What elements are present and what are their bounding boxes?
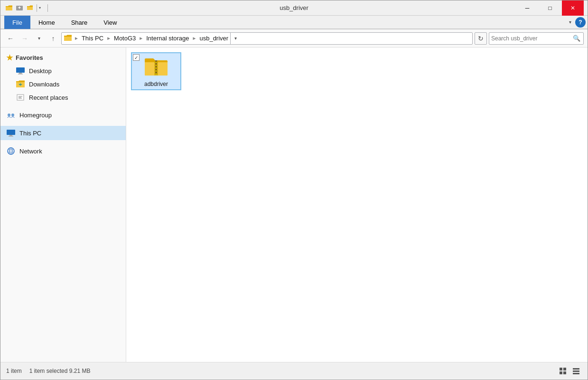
pc-icon <box>6 128 16 138</box>
favorites-group: ★ Favorites Desktop <box>0 51 126 104</box>
sidebar-item-desktop[interactable]: Desktop <box>0 64 126 77</box>
file-checkbox[interactable]: ✓ <box>133 54 140 61</box>
file-item-label: adbdriver <box>144 81 168 87</box>
sidebar: ★ Favorites Desktop <box>0 48 126 362</box>
path-arrow-2: ► <box>138 36 144 41</box>
search-input[interactable] <box>491 35 572 42</box>
path-arrow-0: ► <box>73 36 80 41</box>
favorites-star-icon: ★ <box>6 53 13 62</box>
minimize-button[interactable]: ─ <box>516 0 538 16</box>
svg-rect-10 <box>9 136 13 137</box>
svg-rect-20 <box>155 67 158 69</box>
maximize-button[interactable]: □ <box>539 0 561 16</box>
sidebar-item-downloads[interactable]: Downloads <box>0 77 126 91</box>
sidebar-item-network[interactable]: Network <box>0 144 126 158</box>
recent-locations-button[interactable]: ▾ <box>33 32 45 45</box>
homegroup-icon <box>6 110 16 120</box>
back-button[interactable]: ← <box>4 32 17 45</box>
title-bar: ▾ usb_driver ─ □ ✕ <box>0 0 588 16</box>
sidebar-item-downloads-label: Downloads <box>29 81 59 88</box>
network-icon <box>6 146 16 156</box>
address-bar: ← → ▾ ↑ ► This PC ► MotoG3 ► Internal st… <box>0 29 588 48</box>
svg-rect-18 <box>155 62 158 63</box>
svg-rect-17 <box>155 72 157 73</box>
grid-view-button[interactable] <box>557 365 569 377</box>
sidebar-item-homegroup[interactable]: Homegroup <box>0 108 126 122</box>
refresh-button[interactable]: ↻ <box>475 32 487 45</box>
sidebar-item-recent-label: Recent places <box>29 94 68 101</box>
network-group: Network <box>0 144 126 158</box>
status-info: 1 item 1 item selected 9.21 MB <box>6 368 90 374</box>
new-folder-icon[interactable] <box>15 3 24 13</box>
sidebar-item-recent[interactable]: Recent places <box>0 91 126 104</box>
svg-rect-23 <box>560 368 562 370</box>
svg-rect-27 <box>573 368 579 370</box>
window-title: usb_driver <box>280 4 308 11</box>
ribbon-tab-list: File Home Share View <box>0 16 567 28</box>
file-area[interactable]: ✓ <box>126 48 588 362</box>
path-segment-internal[interactable]: Internal storage <box>144 35 191 42</box>
svg-rect-16 <box>155 69 157 70</box>
help-button[interactable]: ? <box>575 17 586 28</box>
homegroup-group: Homegroup <box>0 108 126 122</box>
path-segment-thispc[interactable]: This PC <box>80 35 105 42</box>
svg-rect-13 <box>155 60 157 62</box>
search-icon[interactable]: 🔍 <box>572 34 581 43</box>
ribbon-collapse-icon[interactable]: ▾ <box>567 19 573 25</box>
svg-rect-25 <box>560 371 562 374</box>
selection-info: 1 item selected 9.21 MB <box>29 368 91 374</box>
svg-rect-19 <box>155 65 158 66</box>
ribbon-right-controls: ▾ ? <box>567 16 588 28</box>
item-count: 1 item <box>6 368 22 374</box>
path-segment-usbdriver[interactable]: usb_driver <box>197 35 230 42</box>
view-controls <box>557 365 582 377</box>
recent-icon <box>16 93 25 102</box>
svg-rect-28 <box>573 370 579 372</box>
quick-access-dropdown[interactable]: ▾ <box>39 6 41 10</box>
tab-view[interactable]: View <box>95 16 125 29</box>
svg-rect-3 <box>18 74 23 75</box>
favorites-label: Favorites <box>16 54 43 61</box>
svg-rect-29 <box>573 373 579 374</box>
path-arrow-1: ► <box>105 36 112 41</box>
svg-rect-15 <box>155 66 157 67</box>
path-arrow-3: ► <box>191 36 198 41</box>
svg-rect-9 <box>9 135 12 136</box>
main-container: ★ Favorites Desktop <box>0 48 588 362</box>
window-controls: ─ □ ✕ <box>516 0 584 16</box>
toolbar-divider <box>37 4 37 12</box>
tab-home[interactable]: Home <box>30 16 63 29</box>
svg-point-7 <box>11 114 14 116</box>
address-path[interactable]: ► This PC ► MotoG3 ► Internal storage ► … <box>61 32 473 45</box>
svg-rect-24 <box>563 368 566 370</box>
file-item-adbdriver[interactable]: ✓ <box>131 52 181 90</box>
svg-rect-26 <box>563 371 566 374</box>
svg-point-6 <box>8 114 10 116</box>
sidebar-item-homegroup-label: Homegroup <box>19 112 52 119</box>
path-segment-motog3[interactable]: MotoG3 <box>112 35 138 42</box>
status-bar: 1 item 1 item selected 9.21 MB <box>0 362 588 379</box>
forward-button[interactable]: → <box>19 32 31 45</box>
list-view-button[interactable] <box>570 365 582 377</box>
path-folder-icon <box>64 34 72 43</box>
favorites-header[interactable]: ★ Favorites <box>0 51 126 64</box>
quick-access-toolbar: ▾ <box>4 3 49 13</box>
svg-rect-1 <box>16 67 25 73</box>
ribbon: File Home Share View ▾ ? <box>0 16 588 29</box>
up-button[interactable]: ↑ <box>47 32 59 45</box>
close-button[interactable]: ✕ <box>562 0 584 16</box>
svg-rect-22 <box>155 73 158 75</box>
downloads-icon <box>16 79 25 89</box>
properties-icon[interactable] <box>25 3 35 13</box>
toolbar-divider2 <box>47 4 48 12</box>
sidebar-item-network-label: Network <box>19 148 42 155</box>
tab-file[interactable]: File <box>4 16 30 29</box>
svg-rect-8 <box>7 130 15 135</box>
address-dropdown-button[interactable]: ▾ <box>230 32 241 45</box>
folder-icon[interactable] <box>4 3 14 13</box>
tab-share[interactable]: Share <box>63 16 96 29</box>
svg-rect-14 <box>155 63 157 65</box>
sidebar-item-thispc-label: This PC <box>19 130 41 137</box>
sidebar-item-thispc[interactable]: This PC <box>0 126 126 140</box>
search-box[interactable]: 🔍 <box>489 32 584 45</box>
